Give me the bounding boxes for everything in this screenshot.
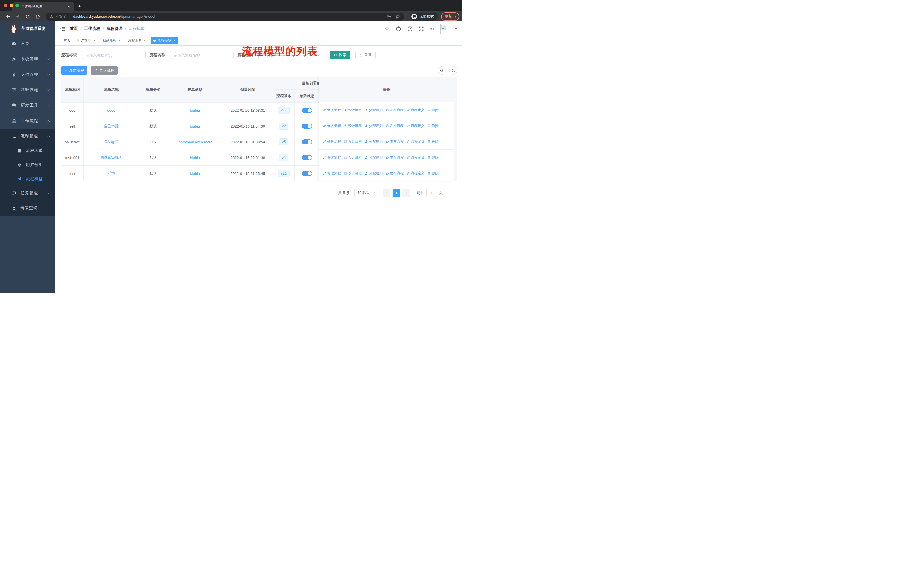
sidebar-item-user-group[interactable]: 用户分组 [0, 158, 55, 172]
action-design-link[interactable]: 设计流程 [344, 155, 362, 160]
action-definition-link[interactable]: 流程定义 [406, 139, 424, 144]
reload-icon[interactable] [25, 14, 30, 19]
goto-page-input[interactable] [426, 189, 437, 197]
tag-close-icon[interactable]: ✕ [92, 39, 96, 42]
github-icon[interactable] [396, 26, 401, 31]
breadcrumb-process-management[interactable]: 流程管理 [107, 26, 122, 31]
prev-page-button[interactable] [383, 189, 390, 197]
new-tab-button[interactable]: + [78, 3, 81, 10]
active-toggle[interactable] [302, 171, 312, 176]
form-info-link[interactable]: biubiu [190, 124, 200, 128]
sidebar-item-home[interactable]: 首页 [0, 36, 55, 51]
back-icon[interactable] [5, 14, 10, 19]
process-name-input[interactable] [170, 51, 234, 59]
browser-menu-icon[interactable] [455, 15, 456, 18]
action-design-link[interactable]: 设计流程 [344, 171, 362, 176]
action-delete-link[interactable]: 删除 [427, 155, 439, 160]
action-definition-link[interactable]: 流程定义 [406, 108, 424, 112]
next-page-button[interactable] [403, 189, 410, 197]
action-publish-link[interactable]: 发布流程 [386, 155, 404, 160]
create-process-button[interactable]: 新建流程 [61, 66, 87, 74]
action-design-link[interactable]: 设计流程 [344, 108, 362, 112]
tag-home[interactable]: 首页 [61, 37, 73, 45]
tag-process-form[interactable]: 流程表单✕ [125, 37, 148, 45]
bookmark-star-icon[interactable] [395, 14, 400, 19]
action-publish-link[interactable]: 发布流程 [386, 108, 404, 112]
font-size-icon[interactable]: ᴛT [430, 26, 434, 31]
action-assign-rule-link[interactable]: 分配规则 [365, 155, 383, 160]
current-page-button[interactable]: 1 [393, 189, 400, 197]
sidebar-item-process-model[interactable]: 流程模型 [0, 172, 55, 186]
sidebar-item-workflow[interactable]: 工作流程 [0, 113, 55, 129]
import-process-button[interactable]: 导入流程 [91, 66, 118, 74]
active-toggle[interactable] [302, 124, 312, 129]
action-design-link[interactable]: 设计流程 [344, 139, 362, 144]
action-definition-link[interactable]: 流程定义 [406, 124, 424, 128]
sidebar-item-process-management[interactable]: 流程管理 [0, 129, 55, 144]
action-assign-rule-link[interactable]: 分配规则 [365, 171, 383, 176]
sidebar-item-payment[interactable]: 支付管理 [0, 67, 55, 82]
action-edit-link[interactable]: 修改流程 [323, 124, 341, 128]
search-icon[interactable] [384, 26, 390, 31]
window-controls[interactable] [4, 4, 19, 7]
browser-tab[interactable]: 芋道管理系统 ✕ [12, 2, 74, 12]
home-icon[interactable] [35, 14, 40, 19]
sidebar-item-leave-query[interactable]: 请假查询 [0, 201, 55, 215]
tag-tenant[interactable]: 租户管理✕ [75, 37, 98, 45]
action-definition-link[interactable]: 流程定义 [406, 155, 424, 160]
active-toggle[interactable] [302, 108, 312, 113]
avatar-caret-icon[interactable] [455, 28, 457, 30]
close-window-button[interactable] [4, 4, 7, 7]
process-name-link[interactable]: 自己审批 [104, 124, 119, 129]
password-key-icon[interactable] [386, 14, 391, 19]
active-toggle[interactable] [302, 139, 312, 144]
action-delete-link[interactable]: 删除 [427, 108, 439, 112]
active-toggle[interactable] [302, 155, 312, 160]
action-edit-link[interactable]: 修改流程 [323, 155, 341, 160]
show-search-toggle-button[interactable] [438, 66, 446, 74]
sidebar-item-devtools[interactable]: 研发工具 [0, 98, 55, 113]
tag-close-icon[interactable]: ✕ [173, 39, 176, 42]
sidebar-collapse-icon[interactable] [60, 26, 65, 31]
refresh-table-button[interactable] [449, 66, 457, 74]
avatar[interactable] [440, 23, 451, 34]
action-edit-link[interactable]: 修改流程 [323, 139, 341, 144]
form-info-link[interactable]: biubiu [190, 155, 200, 160]
help-icon[interactable] [407, 26, 413, 31]
fullscreen-icon[interactable] [419, 26, 424, 31]
action-delete-link[interactable]: 删除 [427, 124, 439, 128]
search-button[interactable]: 搜索 [330, 51, 350, 59]
action-delete-link[interactable]: 删除 [427, 171, 439, 176]
action-definition-link[interactable]: 流程定义 [406, 171, 424, 176]
sidebar-item-infrastructure[interactable]: 基础设施 [0, 82, 55, 98]
form-info-link[interactable]: biubiu [190, 171, 200, 176]
sidebar-item-task-management[interactable]: 任务管理 [0, 186, 55, 201]
action-publish-link[interactable]: 发布流程 [386, 171, 404, 176]
tag-close-icon[interactable]: ✕ [118, 39, 121, 42]
browser-update-button[interactable]: 更新 [441, 12, 459, 21]
form-info-link[interactable]: biubiu [190, 108, 200, 112]
breadcrumb-workflow[interactable]: 工作流程 [84, 26, 100, 31]
process-name-link[interactable]: OA 请假 [104, 139, 118, 144]
process-name-link[interactable]: 测试多审批人 [100, 155, 122, 160]
breadcrumb-home[interactable]: 首页 [70, 26, 78, 31]
tag-my-process[interactable]: 我的流程✕ [100, 37, 124, 45]
tag-close-icon[interactable]: ✕ [143, 39, 146, 42]
action-publish-link[interactable]: 发布流程 [386, 124, 404, 128]
address-bar[interactable]: 不安全 | dashboard.yudao.iocoder.cn/bpm/man… [46, 13, 404, 21]
action-assign-rule-link[interactable]: 分配规则 [365, 108, 383, 112]
form-info-link[interactable]: /bpm/oa/leave/create [178, 140, 212, 144]
action-design-link[interactable]: 设计流程 [344, 124, 362, 128]
forward-icon[interactable] [15, 14, 20, 19]
action-edit-link[interactable]: 修改流程 [323, 171, 341, 176]
page-size-select[interactable]: 10条/页 [354, 189, 378, 197]
action-assign-rule-link[interactable]: 分配规则 [365, 124, 383, 128]
sidebar-item-system[interactable]: 系统管理 [0, 51, 55, 67]
process-name-link[interactable]: eeee [107, 108, 116, 112]
process-name-link[interactable]: 滔博 [108, 171, 115, 176]
minimize-window-button[interactable] [10, 4, 13, 7]
action-publish-link[interactable]: 发布流程 [386, 139, 404, 144]
reset-button[interactable]: 重置 [355, 51, 376, 59]
action-delete-link[interactable]: 删除 [427, 139, 439, 144]
process-id-input[interactable] [82, 51, 145, 59]
